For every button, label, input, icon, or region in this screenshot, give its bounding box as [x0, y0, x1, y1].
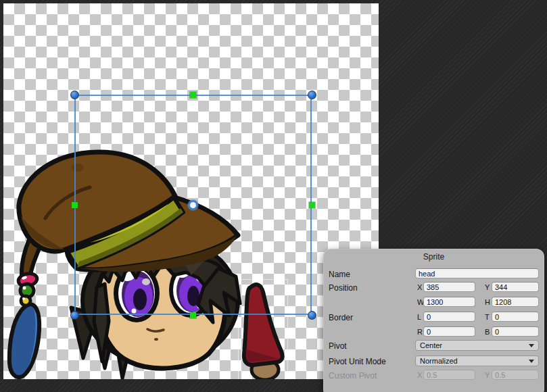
custom-pivot-x-input	[423, 370, 475, 380]
border-row-lt: Border L T	[323, 312, 544, 323]
selection-handle-bottom-left[interactable]	[70, 311, 79, 320]
position-h-prefix: H	[485, 298, 490, 306]
position-label: Position	[329, 283, 358, 293]
position-h-input[interactable]	[492, 297, 539, 307]
custom-pivot-x-prefix: X	[417, 371, 422, 379]
pivot-unit-mode-dropdown-value: Normalized	[420, 357, 458, 365]
border-label: Border	[329, 313, 353, 322]
border-l-prefix: L	[417, 313, 421, 321]
position-row-xy: Position X Y	[323, 282, 544, 293]
dropdown-arrow-icon	[529, 344, 534, 347]
position-x-input[interactable]	[423, 282, 475, 292]
pivot-unit-mode-row: Pivot Unit Mode Normalized	[323, 356, 544, 367]
custom-pivot-y-prefix: Y	[485, 371, 490, 379]
feather-and-beads	[9, 272, 39, 377]
custom-pivot-row: Custom Pivot X Y	[323, 370, 544, 381]
border-t-prefix: T	[485, 313, 490, 321]
border-l-input[interactable]	[423, 312, 475, 322]
unity-sprite-editor-window: { "canvas": { "description": "sprite atl…	[0, 0, 547, 392]
sprite-editor-canvas[interactable]	[3, 3, 379, 379]
position-x-prefix: X	[417, 283, 422, 291]
selection-handle-bottom-mid[interactable]	[190, 312, 196, 318]
border-r-input[interactable]	[423, 326, 475, 337]
pivot-dropdown-value: Center	[420, 341, 442, 349]
border-row-rb: R B	[323, 326, 544, 338]
panel-title: Sprite	[323, 252, 544, 262]
pivot-row: Pivot Center	[323, 340, 544, 351]
pivot-label: Pivot	[329, 341, 347, 351]
pivot-unit-mode-dropdown[interactable]: Normalized	[415, 356, 539, 366]
pivot-unit-mode-label: Pivot Unit Mode	[329, 357, 386, 366]
position-w-input[interactable]	[423, 297, 475, 307]
selection-handle-top-mid[interactable]	[190, 92, 196, 98]
border-r-prefix: R	[417, 328, 423, 336]
custom-pivot-y-input	[492, 370, 539, 380]
pivot-dropdown[interactable]: Center	[415, 340, 539, 351]
border-t-input[interactable]	[492, 312, 539, 322]
selection-handle-right-mid[interactable]	[309, 202, 315, 208]
border-b-prefix: B	[485, 328, 490, 336]
position-row-wh: W H	[323, 297, 544, 308]
position-y-input[interactable]	[492, 282, 539, 292]
name-row: Name	[323, 268, 544, 280]
border-b-input[interactable]	[492, 326, 539, 337]
selection-handle-top-left[interactable]	[70, 91, 79, 99]
sprite-panel: Sprite Name Position X Y W H Border L T …	[323, 249, 544, 392]
selection-handle-left-mid[interactable]	[72, 202, 78, 208]
name-input[interactable]	[415, 268, 539, 278]
dropdown-arrow-icon	[529, 360, 534, 363]
custom-pivot-label: Custom Pivot	[329, 371, 377, 381]
position-y-prefix: Y	[485, 283, 490, 291]
selection-handle-top-right[interactable]	[308, 91, 316, 99]
selection-handle-bottom-right[interactable]	[308, 311, 316, 320]
pivot-handle[interactable]	[188, 200, 198, 210]
name-label: Name	[329, 270, 350, 279]
